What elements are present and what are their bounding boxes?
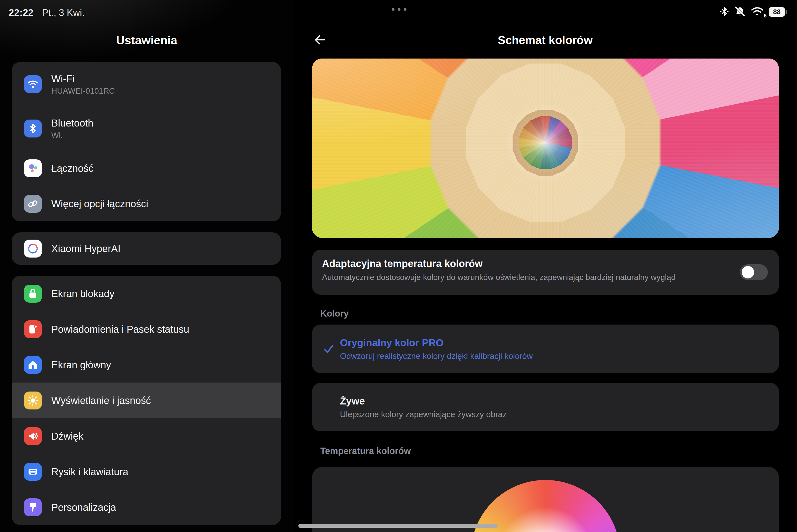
chain-link-icon xyxy=(24,195,42,213)
wifi-status-icon: 6 xyxy=(751,6,764,18)
option-title: Żywe xyxy=(340,395,507,407)
settings-page-title: Ustawienia xyxy=(0,33,293,47)
sidebar-item-label: Więcej opcji łączności xyxy=(51,198,148,210)
sidebar-item-texts: Xiaomi HyperAI xyxy=(51,243,120,254)
sidebar-item-label: Ekran blokady xyxy=(51,288,114,300)
sidebar-item-label: Bluetooth xyxy=(51,117,93,129)
option-texts: Żywe Ulepszone kolory zapewniające żywsz… xyxy=(340,395,507,420)
notification-icon xyxy=(24,320,42,338)
sidebar-item-bluetooth[interactable]: BluetoothWł. xyxy=(12,106,281,151)
sidebar-item-texts: Ekran główny xyxy=(51,359,111,371)
sidebar-item-texts: Dźwięk xyxy=(51,430,83,442)
bluetooth-icon xyxy=(24,119,42,137)
sidebar-groups: Wi-FiHUAWEI-0101RCBluetoothWł.ŁącznośćWi… xyxy=(12,62,281,525)
option-texts: Oryginalny kolor PRO Odwzoruj realistycz… xyxy=(340,337,533,361)
sidebar-item-display-brightness[interactable]: Wyświetlanie i jasność xyxy=(12,383,281,418)
window-handle-dots-icon[interactable] xyxy=(392,8,406,11)
pane-header: Schemat kolorów xyxy=(293,32,797,49)
hyperai-swirl-icon xyxy=(24,240,42,258)
sidebar-item-texts: Wyświetlanie i jasność xyxy=(51,395,151,406)
adaptive-temperature-row[interactable]: Adaptacyjna temperatura kolorów Automaty… xyxy=(312,250,779,294)
sidebar-item-texts: Więcej opcji łączności xyxy=(51,198,148,210)
sidebar-item-sublabel: HUAWEI-0101RC xyxy=(51,86,115,96)
sidebar-item-sound[interactable]: Dźwięk xyxy=(12,418,281,454)
sun-icon xyxy=(24,392,42,410)
battery-percent: 88 xyxy=(773,8,781,16)
sidebar-item-texts: Ekran blokady xyxy=(51,288,114,300)
settings-app: 22:22 Pt., 3 Kwi. Ustawienia Wi-FiHUAWEI… xyxy=(0,0,797,532)
bluetooth-status-icon xyxy=(719,6,729,18)
sidebar: 22:22 Pt., 3 Kwi. Ustawienia Wi-FiHUAWEI… xyxy=(0,0,293,532)
statusbar-left: 22:22 Pt., 3 Kwi. xyxy=(9,7,85,18)
notifications-off-icon xyxy=(734,6,746,18)
temperature-section-label: Temperatura kolorów xyxy=(320,446,411,456)
sidebar-item-xiaomi-hyperai[interactable]: Xiaomi HyperAI xyxy=(12,232,281,265)
sidebar-item-label: Personalizacja xyxy=(51,501,116,513)
sidebar-item-label: Wyświetlanie i jasność xyxy=(51,395,151,406)
connectivity-icon xyxy=(24,159,42,177)
paintbrush-icon xyxy=(24,498,42,516)
adaptive-temperature-subtitle: Automatycznie dostosowuje kolory do waru… xyxy=(322,272,724,283)
sidebar-item-texts: Rysik i klawiatura xyxy=(51,466,128,478)
sidebar-item-label: Dźwięk xyxy=(51,430,83,442)
adaptive-temperature-title: Adaptacyjna temperatura kolorów xyxy=(322,257,724,270)
sidebar-item-home-screen[interactable]: Ekran główny xyxy=(12,347,281,383)
sidebar-item-label: Rysik i klawiatura xyxy=(51,466,128,478)
sidebar-item-sublabel: Wł. xyxy=(51,131,93,140)
speaker-icon xyxy=(24,427,42,445)
sidebar-item-texts: Łączność xyxy=(51,163,93,174)
sidebar-item-label: Powiadomienia i Pasek statusu xyxy=(51,323,189,335)
temperature-wheel-card xyxy=(312,467,779,532)
status-time: 22:22 xyxy=(9,7,34,18)
color-scheme-pane: 6 88 Schemat kolorów Adaptacyjna tempera… xyxy=(293,0,797,532)
lock-icon xyxy=(24,285,42,303)
option-original-color-pro[interactable]: Oryginalny kolor PRO Odwzoruj realistycz… xyxy=(312,325,779,373)
sidebar-group: Xiaomi HyperAI xyxy=(12,232,281,265)
sidebar-item-notifications-status-bar[interactable]: Powiadomienia i Pasek statusu xyxy=(12,311,281,347)
sidebar-item-texts: Personalizacja xyxy=(51,501,116,513)
wifi-icon xyxy=(24,75,42,93)
sidebar-item-label: Xiaomi HyperAI xyxy=(51,243,120,254)
option-subtitle: Ulepszone kolory zapewniające żywszy obr… xyxy=(340,409,507,420)
option-title: Oryginalny kolor PRO xyxy=(340,337,533,349)
sidebar-item-label: Wi-Fi xyxy=(51,73,115,85)
check-icon xyxy=(323,343,335,355)
sidebar-item-lock-screen[interactable]: Ekran blokady xyxy=(12,276,281,311)
sidebar-item-texts: Powiadomienia i Pasek statusu xyxy=(51,323,189,335)
status-date: Pt., 3 Kwi. xyxy=(42,7,85,18)
statusbar-right: 6 88 xyxy=(719,5,785,18)
sidebar-item-texts: Wi-FiHUAWEI-0101RC xyxy=(51,73,115,96)
adaptive-temperature-toggle[interactable] xyxy=(740,264,768,280)
color-pencils-photo xyxy=(312,59,779,238)
sidebar-item-wifi[interactable]: Wi-FiHUAWEI-0101RC xyxy=(12,62,281,106)
option-vivid[interactable]: Żywe Ulepszone kolory zapewniające żywsz… xyxy=(312,383,779,431)
scrollbar-thumb[interactable] xyxy=(298,524,498,528)
sidebar-item-label: Ekran główny xyxy=(51,359,111,371)
battery-icon: 88 xyxy=(768,7,785,17)
home-icon xyxy=(24,356,42,374)
sidebar-item-label: Łączność xyxy=(51,163,93,174)
sidebar-item-stylus-keyboard[interactable]: Rysik i klawiatura xyxy=(12,454,281,489)
sidebar-item-connectivity[interactable]: Łączność xyxy=(12,151,281,186)
keyboard-icon xyxy=(24,463,42,481)
sidebar-item-personalization[interactable]: Personalizacja xyxy=(12,489,281,525)
colors-section-label: Kolory xyxy=(320,308,349,319)
toggle-knob xyxy=(742,266,754,279)
sidebar-item-texts: BluetoothWł. xyxy=(51,117,93,140)
sidebar-group: Ekran blokadyPowiadomienia i Pasek statu… xyxy=(12,276,281,525)
hero-center-highlight xyxy=(312,59,779,238)
pane-title: Schemat kolorów xyxy=(293,33,797,47)
sidebar-item-more-connectivity[interactable]: Więcej opcji łączności xyxy=(12,186,281,222)
wifi6-badge: 6 xyxy=(764,13,766,19)
sidebar-group: Wi-FiHUAWEI-0101RCBluetoothWł.ŁącznośćWi… xyxy=(12,62,281,222)
option-subtitle: Odwzoruj realistyczne kolory dzięki kali… xyxy=(340,351,533,361)
